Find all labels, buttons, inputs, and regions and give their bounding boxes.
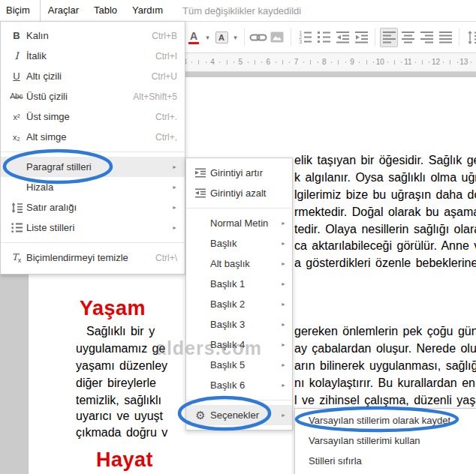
document-text-line: ay çabalardan oluşur. Nerede olu: [294, 342, 476, 356]
menu-item-label: Satır aralığı: [26, 202, 77, 213]
menu-item-girintiyi-azalt[interactable]: Girintiyi azalt: [186, 183, 292, 203]
submenu-arrow-icon: ►: [172, 184, 177, 190]
highlight-color-icon[interactable]: A: [212, 28, 230, 47]
menu-item-liste-stilleri[interactable]: Liste stilleri►: [1, 218, 185, 238]
menu-item-başlık-6[interactable]: Başlık 6►: [186, 375, 292, 395]
menu-item-hizala[interactable]: Hizala►: [1, 177, 185, 197]
menu-item-label: Stilleri sıfırla: [309, 455, 362, 466]
options-submenu: Varsayılan stillerim olarak kaydetVarsay…: [294, 408, 476, 474]
menu-item-paragraf-stilleri[interactable]: Paragraf stilleri►: [1, 157, 185, 177]
ruler-tick: [457, 62, 458, 63]
ruler-tick: [318, 62, 318, 63]
menu-item-varsayılan-stillerim-olarak-kaydet[interactable]: Varsayılan stillerim olarak kaydet: [295, 410, 476, 430]
indent-decrease-icon: [191, 188, 210, 198]
ruler-tick: [255, 60, 255, 64]
menu-item-varsayılan-stillerimi-kullan[interactable]: Varsayılan stillerimi kullan: [295, 430, 476, 451]
align-right-icon[interactable]: [417, 28, 435, 47]
submenu-arrow-icon: ►: [281, 322, 286, 327]
submenu-arrow-icon: ►: [281, 302, 286, 307]
ruler-tick: [261, 62, 262, 63]
menu-item-label: İtalik: [26, 50, 47, 62]
align-left-icon[interactable]: [380, 28, 398, 47]
menu-item-satır-aralığı[interactable]: Satır aralığı►: [1, 197, 185, 218]
document-text-line: temizlik, sağlıklı: [76, 394, 161, 407]
svg-text:3: 3: [299, 39, 302, 44]
menu-item-label: Girintiyi artır: [210, 167, 263, 178]
ruler-tick: [387, 62, 388, 63]
bulleted-list-icon[interactable]: [315, 28, 333, 47]
menu-item-label: Başlık 3: [210, 319, 245, 330]
menu-item-girintiyi-artır[interactable]: Girintiyi artır: [186, 163, 292, 183]
decrease-indent-icon[interactable]: [333, 28, 351, 47]
menu-item-seçenekler[interactable]: ⚙Seçenekler►: [186, 405, 292, 425]
ruler-tick: [429, 62, 429, 63]
ruler-number: 11: [404, 58, 411, 66]
ruler-tick: [415, 62, 416, 63]
menu-separator: [186, 208, 292, 208]
ruler-number: 5: [238, 58, 243, 66]
menu-item-altı-çizili[interactable]: UAltı çiziliCtrl+U: [1, 66, 185, 86]
menu-araçlar[interactable]: Araçlar: [41, 0, 86, 21]
menu-item-label: Girintiyi azalt: [210, 188, 266, 199]
ruler-tick: [345, 62, 346, 63]
ruler-tick: [233, 62, 234, 63]
menu-item-üstü-çizili[interactable]: AbcÜstü çiziliAlt+Shift+5: [1, 86, 185, 106]
menu-item-alt-simge[interactable]: x₂Alt simgeCtrl+,: [1, 127, 185, 147]
menu-biçim[interactable]: Biçim: [0, 0, 41, 21]
insert-link-icon[interactable]: [249, 28, 267, 47]
menu-yardım[interactable]: Yardım: [125, 0, 170, 21]
menu-item-shortcut: Alt+Shift+5: [133, 92, 177, 102]
submenu-arrow-icon: ►: [281, 281, 286, 286]
menu-item-başlık[interactable]: Başlık►: [186, 233, 292, 254]
menu-item-başlık-3[interactable]: Başlık 3►: [186, 314, 292, 334]
align-center-icon[interactable]: [399, 28, 417, 47]
increase-indent-icon[interactable]: [352, 28, 370, 47]
list-styles-icon: [7, 223, 26, 232]
document-heading-hayat: Hayat: [96, 448, 153, 472]
document-heading-yasam: Yaşam: [80, 297, 146, 320]
ruler-tick: [422, 60, 423, 64]
menu-item-stilleri-sıfırla[interactable]: Stilleri sıfırla: [295, 451, 476, 471]
menu-item-shortcut: Ctrl+,: [155, 132, 177, 142]
menu-item-alt-başlık[interactable]: Alt başlık►: [186, 254, 292, 274]
numbered-list-icon[interactable]: 123: [296, 28, 314, 47]
menu-item-başlık-2[interactable]: Başlık 2►: [186, 294, 292, 314]
highlight-color-dropdown[interactable]: ▾: [231, 28, 240, 47]
document-text-line: gereken önlemlerin pek çoğu gün: [294, 325, 476, 338]
ruler-tick: [191, 62, 192, 63]
menu-item-üst-simge[interactable]: x²Üst simgeCtrl+.: [1, 106, 185, 127]
document-text-line: rmektedir. Doğal olarak bu aşamad: [294, 206, 476, 219]
italic-icon: I: [7, 50, 26, 62]
document-text-line: nı kolaylaştırır. Bu kurallardan en: [294, 376, 475, 390]
ruler-number: 10: [376, 58, 384, 66]
document-text-line: uyarıcı ve uyuşt: [76, 410, 163, 423]
gear-icon: ⚙: [191, 410, 210, 421]
insert-image-icon[interactable]: [268, 28, 286, 47]
ruler-number: 12: [432, 58, 440, 66]
ruler-number: 4: [210, 58, 215, 66]
menubar: BiçimAraçlarTabloYardım Tüm değişiklikle…: [0, 0, 476, 22]
menu-item-normal-metin[interactable]: Normal Metin►: [186, 213, 292, 233]
align-justify-icon[interactable]: [436, 28, 454, 47]
text-color-icon[interactable]: A: [185, 28, 203, 47]
menu-item-biçimlendirmeyi-temizle[interactable]: TxBiçimlendirmeyi temizleCtrl+\: [1, 248, 185, 268]
underline-icon: U: [7, 70, 26, 82]
menu-item-kalın[interactable]: BKalınCtrl+B: [1, 26, 185, 46]
submenu-arrow-icon: ►: [281, 261, 286, 266]
menu-item-label: Seçenekler: [210, 410, 259, 421]
menu-item-label: Biçimlendirmeyi temizle: [26, 252, 128, 263]
menu-tablo[interactable]: Tablo: [86, 0, 125, 21]
menu-item-label: Başlık: [210, 238, 236, 249]
ruler-number: 9: [350, 58, 354, 66]
ruler-tick: [276, 62, 276, 63]
menu-item-başlık-1[interactable]: Başlık 1►: [186, 274, 292, 294]
ruler-tick: [227, 60, 227, 64]
menu-item-i-talik[interactable]: IİtalikCtrl+I: [1, 46, 185, 66]
text-color-dropdown[interactable]: ▾: [203, 28, 212, 47]
line-spacing-icon[interactable]: [464, 28, 476, 47]
menu-item-shortcut: Ctrl+I: [155, 51, 177, 62]
ruler-tick: [366, 60, 367, 64]
submenu-arrow-icon: ►: [281, 241, 286, 246]
ruler-tick: [450, 60, 450, 64]
subscript-icon: x₂: [7, 133, 26, 142]
